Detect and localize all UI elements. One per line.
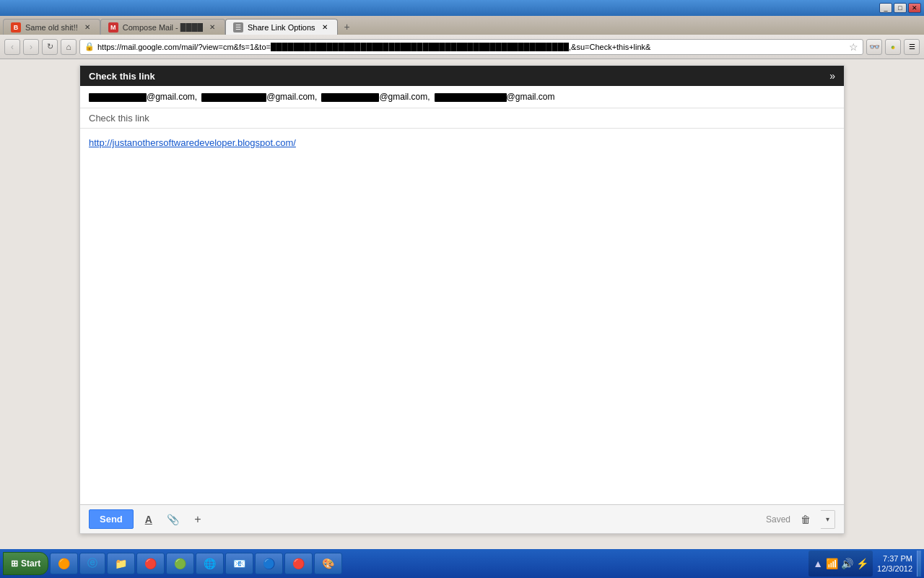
tab-share-link-options[interactable]: ☰ Share Link Options ✕ bbox=[225, 19, 338, 35]
browser-menu-button[interactable]: ☰ bbox=[904, 39, 920, 55]
tab-favicon-3: ☰ bbox=[233, 22, 243, 33]
network-icon: 🌐 bbox=[204, 558, 216, 569]
network-tray-icon[interactable]: 📶 bbox=[826, 558, 838, 569]
ie-icon: ⓔ bbox=[87, 557, 97, 570]
start-button[interactable]: ⊞ Start bbox=[3, 552, 48, 575]
format-text-button[interactable]: A bbox=[139, 510, 158, 529]
windows-logo-icon: ⊞ bbox=[11, 558, 18, 569]
taskbar-item-1[interactable]: 🟠 bbox=[50, 553, 78, 574]
send-button[interactable]: Send bbox=[89, 509, 134, 529]
taskbar-item-paint[interactable]: 🎨 bbox=[314, 553, 342, 574]
back-button[interactable]: ‹ bbox=[4, 39, 20, 55]
tab-close-3[interactable]: ✕ bbox=[320, 22, 330, 33]
glasses-icon: 👓 bbox=[869, 42, 880, 52]
clock-date: 12/3/2012 bbox=[877, 564, 912, 574]
recipient-2-name bbox=[201, 93, 266, 102]
tab-favicon-1: B bbox=[11, 22, 21, 33]
title-bar: _ □ ✕ bbox=[0, 0, 924, 16]
recipient-4-domain: @gmail.com bbox=[507, 92, 555, 102]
trash-icon: 🗑 bbox=[801, 514, 811, 525]
more-options-button[interactable]: ▾ bbox=[821, 510, 835, 529]
tab-same-old-shit[interactable]: B Same old shit!! ✕ bbox=[3, 19, 100, 35]
refresh-button[interactable]: ↻ bbox=[42, 39, 58, 55]
subject-bar: Check this link bbox=[80, 108, 844, 129]
taskbar-item-chrome[interactable]: 🔴 bbox=[284, 553, 313, 574]
recipient-1-name bbox=[89, 93, 147, 102]
email-body[interactable]: http://justanothersoftwaredeveloper.blog… bbox=[80, 129, 844, 504]
content-area: Check this link » @gmail.com, @gmail.com… bbox=[0, 59, 924, 549]
taskbar-item-media[interactable]: 🔴 bbox=[136, 553, 165, 574]
saved-status: Saved bbox=[766, 514, 790, 525]
recipient-3: @gmail.com, bbox=[321, 92, 430, 102]
taskbar-item-ie[interactable]: ⓔ bbox=[79, 553, 105, 574]
show-desktop-button[interactable] bbox=[917, 551, 921, 577]
compose-toolbar: Send A 📎 + Saved 🗑 ▾ bbox=[80, 504, 844, 533]
taskbar-item-spotify[interactable]: 🟢 bbox=[166, 553, 194, 574]
delete-button[interactable]: 🗑 bbox=[796, 510, 815, 529]
address-bar: ‹ › ↻ ⌂ 🔒 https://mail.google.com/mail/?… bbox=[0, 35, 924, 59]
taskbar-item-outlook[interactable]: 📧 bbox=[225, 553, 253, 574]
compose-window: Check this link » @gmail.com, @gmail.com… bbox=[79, 65, 845, 534]
recipient-1: @gmail.com, bbox=[89, 92, 197, 102]
minimize-button[interactable]: _ bbox=[879, 3, 892, 13]
tray-expand-icon[interactable]: ▲ bbox=[813, 558, 823, 569]
maximize-button[interactable]: □ bbox=[894, 3, 907, 13]
insert-button[interactable]: + bbox=[188, 510, 207, 529]
spotify-icon: 🟢 bbox=[174, 558, 186, 569]
email-link[interactable]: http://justanothersoftwaredeveloper.blog… bbox=[89, 137, 296, 148]
tab-favicon-2: M bbox=[108, 22, 118, 33]
recipient-1-domain: @gmail.com, bbox=[147, 92, 197, 102]
tab-label-3: Share Link Options bbox=[248, 23, 315, 32]
tab-label-1: Same old shit!! bbox=[25, 23, 78, 32]
window-controls: _ □ ✕ bbox=[879, 3, 921, 13]
taskbar-item-app[interactable]: 🔵 bbox=[255, 553, 283, 574]
chevron-down-icon: ▾ bbox=[826, 515, 829, 523]
outlook-icon: 📧 bbox=[233, 558, 245, 569]
taskbar-item-files[interactable]: 📁 bbox=[107, 553, 135, 574]
attach-file-button[interactable]: 📎 bbox=[164, 510, 183, 529]
recipients-bar: @gmail.com, @gmail.com, @gmail.com, @gma… bbox=[80, 86, 844, 108]
volume-tray-icon[interactable]: 🔊 bbox=[841, 558, 853, 569]
addon-button-1[interactable]: 👓 bbox=[866, 39, 882, 55]
recipient-2: @gmail.com, bbox=[201, 92, 317, 102]
taskbar: ⊞ Start 🟠 ⓔ 📁 🔴 🟢 🌐 📧 🔵 🔴 🎨 ▲ 📶 🔊 ⚡ 7:37 bbox=[0, 549, 924, 578]
tab-close-2[interactable]: ✕ bbox=[207, 22, 217, 33]
chrome-icon: ● bbox=[891, 43, 896, 51]
paint-icon: 🎨 bbox=[322, 558, 334, 569]
power-tray-icon[interactable]: ⚡ bbox=[856, 558, 868, 569]
email-header: Check this link » bbox=[80, 66, 844, 86]
system-tray: ▲ 📶 🔊 ⚡ bbox=[808, 551, 873, 577]
plus-icon: + bbox=[194, 513, 201, 526]
collapse-arrow-icon[interactable]: » bbox=[829, 70, 835, 82]
ssl-lock-icon: 🔒 bbox=[84, 42, 95, 51]
system-clock[interactable]: 7:37 PM 12/3/2012 bbox=[874, 553, 915, 574]
taskbar-item-network[interactable]: 🌐 bbox=[196, 553, 224, 574]
start-label: Start bbox=[21, 558, 40, 569]
recipient-3-domain: @gmail.com, bbox=[379, 92, 430, 102]
media-icon: 🔴 bbox=[144, 558, 157, 569]
recipient-4-name bbox=[435, 93, 507, 102]
subject-text: Check this link bbox=[89, 113, 149, 124]
format-a-icon: A bbox=[145, 514, 152, 525]
tab-close-1[interactable]: ✕ bbox=[82, 22, 92, 33]
clock-time: 7:37 PM bbox=[877, 553, 912, 564]
tab-bar: B Same old shit!! ✕ M Compose Mail - ███… bbox=[0, 16, 924, 35]
tab-label-2: Compose Mail - ████ bbox=[123, 23, 203, 32]
email-header-title: Check this link bbox=[89, 71, 155, 82]
home-button[interactable]: ⌂ bbox=[61, 39, 77, 55]
folder-icon: 📁 bbox=[115, 558, 127, 569]
new-tab-button[interactable]: + bbox=[338, 19, 357, 35]
app-icon: 🔵 bbox=[263, 558, 275, 569]
addon-button-2[interactable]: ● bbox=[885, 39, 901, 55]
chrome-taskbar-icon: 🔴 bbox=[292, 558, 305, 569]
recipient-3-name bbox=[321, 93, 379, 102]
close-button[interactable]: ✕ bbox=[908, 3, 921, 13]
taskbar-icon-1: 🟠 bbox=[58, 558, 70, 569]
recipient-2-domain: @gmail.com, bbox=[266, 92, 317, 102]
tab-compose-mail[interactable]: M Compose Mail - ████ ✕ bbox=[100, 19, 225, 35]
recipient-4: @gmail.com bbox=[435, 92, 555, 102]
url-bar[interactable]: 🔒 https://mail.google.com/mail/?view=cm&… bbox=[79, 39, 863, 55]
forward-button[interactable]: › bbox=[23, 39, 39, 55]
bookmark-star-icon[interactable]: ☆ bbox=[849, 41, 858, 53]
paperclip-icon: 📎 bbox=[167, 514, 179, 525]
